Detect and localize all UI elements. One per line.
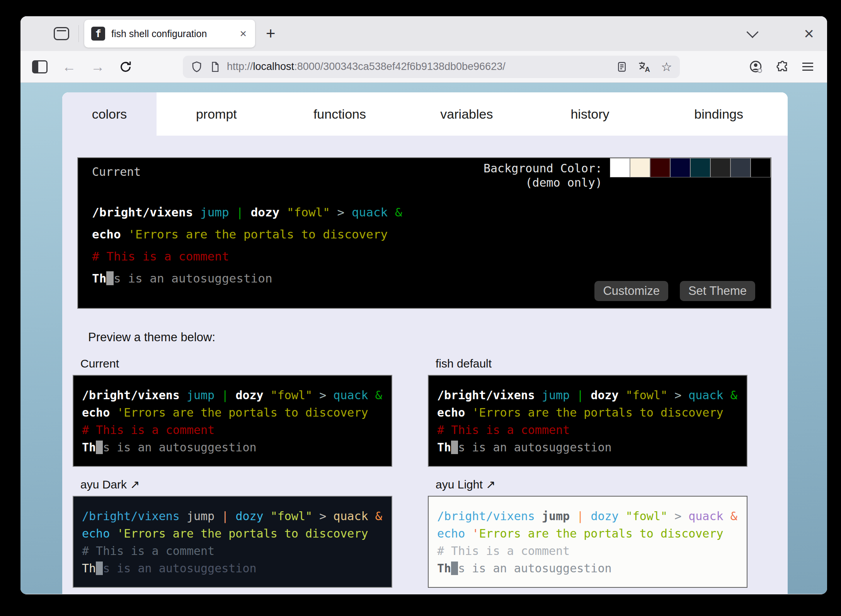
terminal-cursor: i xyxy=(451,562,458,575)
terminal-text-segment: Th xyxy=(92,271,106,285)
tab-colors[interactable]: colors xyxy=(62,92,157,136)
tab-prompt[interactable]: prompt xyxy=(157,92,276,136)
terminal-line: # This is a comment xyxy=(82,542,388,560)
terminal-line: # This is a comment xyxy=(437,542,744,560)
bg-swatch-6[interactable] xyxy=(730,158,751,177)
reload-icon[interactable] xyxy=(119,60,133,74)
terminal-text-segment: quack xyxy=(352,205,395,219)
url-scheme: http:// xyxy=(227,61,253,72)
terminal-line: /bright/vixens jump | dozy "fowl" > quac… xyxy=(437,507,744,525)
firefox-view-icon[interactable] xyxy=(54,27,69,40)
fish-config-card: colors prompt functions variables histor… xyxy=(62,92,788,594)
terminal-text-segment: & xyxy=(395,205,402,219)
toolbar-right-actions xyxy=(749,60,813,74)
terminal-text-segment: quack xyxy=(688,509,730,523)
theme-cell-fish-default: fish default /bright/vixens jump | dozy … xyxy=(428,357,747,467)
terminal-text-segment: | xyxy=(577,509,591,523)
bg-swatch-4[interactable] xyxy=(690,158,710,177)
extensions-puzzle-icon[interactable] xyxy=(776,60,789,73)
terminal-text-segment: s is an autosuggestion xyxy=(114,271,272,285)
bg-swatch-0[interactable] xyxy=(610,158,630,177)
tab-variables[interactable]: variables xyxy=(403,92,530,136)
terminal-text-segment: | xyxy=(577,388,591,402)
bg-swatch-3[interactable] xyxy=(670,158,690,177)
theme-label-ayu-light[interactable]: ayu Light ↗ xyxy=(428,478,747,496)
theme-label-ayu-dark[interactable]: ayu Dark ↗ xyxy=(73,478,392,496)
tab-functions[interactable]: functions xyxy=(276,92,403,136)
terminal-text-segment: Th xyxy=(437,562,451,575)
bg-swatch-5[interactable] xyxy=(710,158,730,177)
shield-icon[interactable] xyxy=(191,61,203,73)
terminal-text-segment: /bright/vixens xyxy=(82,388,187,402)
tab-close-icon[interactable]: × xyxy=(238,27,248,40)
terminal-text-segment: /bright/vixens xyxy=(82,509,187,523)
tab-history[interactable]: history xyxy=(530,92,650,136)
terminal-text-segment: # This is a comment xyxy=(82,544,215,558)
terminal-text-segment: Errors are the portals to discovery xyxy=(479,527,723,540)
terminal-text-segment: Th xyxy=(82,441,96,454)
theme-cell-ayu-light: ayu Light ↗ /bright/vixens jump | dozy "… xyxy=(428,478,747,588)
browser-tab-strip: f fish shell configuration × + × xyxy=(20,16,827,51)
terminal-line: This is an autosuggestion xyxy=(92,267,402,289)
fish-favicon: f xyxy=(91,27,105,41)
account-icon[interactable] xyxy=(749,60,763,74)
terminal-text-segment: dozy xyxy=(591,509,625,523)
bookmark-star-icon[interactable]: ☆ xyxy=(661,61,672,73)
theme-preview-current[interactable]: /bright/vixens jump | dozy "fowl" > quac… xyxy=(73,375,392,467)
terminal-text-segment: dozy xyxy=(591,388,625,402)
terminal-text-segment: | xyxy=(236,205,250,219)
terminal-line: # This is a comment xyxy=(437,421,744,439)
theme-preview-ayu-dark[interactable]: /bright/vixens jump | dozy "fowl" > quac… xyxy=(73,496,392,588)
terminal-line: This is an autosuggestion xyxy=(82,560,388,577)
svg-text:A: A xyxy=(645,65,650,73)
terminal-text-segment: 'Errors are the portals to discovery xyxy=(128,227,388,241)
terminal-text-segment: quack xyxy=(333,509,375,523)
set-theme-button[interactable]: Set Theme xyxy=(680,281,755,301)
terminal-line: echo 'Errors are the portals to discover… xyxy=(437,404,744,421)
bg-swatch-7[interactable] xyxy=(751,158,771,177)
menu-hamburger-icon[interactable] xyxy=(802,63,813,71)
terminal-text-segment: /bright/vixens xyxy=(92,205,200,219)
window-close-icon[interactable]: × xyxy=(804,25,814,42)
terminal-line: # This is a comment xyxy=(92,245,402,267)
translate-icon[interactable]: A xyxy=(638,60,651,73)
screen: f fish shell configuration × + × ← → xyxy=(0,0,841,616)
terminal-line: # This is a comment xyxy=(82,421,388,439)
terminal-text-segment: "fowl" xyxy=(626,388,674,402)
terminal-text-segment: s is an autosuggestion xyxy=(103,562,256,575)
tab-list-chevron-icon[interactable] xyxy=(747,26,759,38)
background-color-label: Background Color: (demo only) xyxy=(483,161,602,190)
terminal-text-segment: echo xyxy=(437,406,472,419)
theme-preview-ayu-light[interactable]: /bright/vixens jump | dozy "fowl" > quac… xyxy=(428,496,747,588)
terminal-text-segment: "fowl" xyxy=(271,388,319,402)
terminal-text-segment: "fowl" xyxy=(271,509,319,523)
browser-toolbar: ← → ht xyxy=(20,51,827,83)
new-tab-button[interactable]: + xyxy=(266,24,276,43)
terminal-text-segment: echo xyxy=(82,527,117,540)
page-info-icon[interactable] xyxy=(209,61,221,73)
terminal-text-segment: jump xyxy=(542,388,577,402)
theme-label-fish-default: fish default xyxy=(428,357,747,375)
terminal-sample: /bright/vixens jump | dozy "fowl" > quac… xyxy=(92,201,402,289)
back-icon[interactable]: ← xyxy=(62,59,76,75)
terminal-line: /bright/vixens jump | dozy "fowl" > quac… xyxy=(82,507,388,525)
reader-mode-icon[interactable] xyxy=(616,61,628,73)
bg-swatch-1[interactable] xyxy=(630,158,650,177)
tab-bindings[interactable]: bindings xyxy=(650,92,788,136)
url-bar[interactable]: http://localhost:8000/300343ca538ef42f6b… xyxy=(183,56,680,78)
theme-preview-fish-default[interactable]: /bright/vixens jump | dozy "fowl" > quac… xyxy=(428,375,747,467)
terminal-text-segment: & xyxy=(375,388,382,402)
terminal-line: This is an autosuggestion xyxy=(437,560,744,577)
customize-button[interactable]: Customize xyxy=(594,281,668,301)
terminal-text-segment: jump xyxy=(187,388,221,402)
tab-strip-separator xyxy=(78,25,79,42)
terminal-text-segment: quack xyxy=(333,388,375,402)
forward-icon[interactable]: → xyxy=(91,59,105,75)
terminal-text-segment: 'Errors are the portals to discovery xyxy=(117,406,368,419)
url-host: localhost xyxy=(253,61,295,72)
browser-tab[interactable]: f fish shell configuration × xyxy=(84,20,255,48)
terminal-text-segment: | xyxy=(221,388,235,402)
sidebar-toggle-icon[interactable] xyxy=(32,60,48,73)
url-text[interactable]: http://localhost:8000/300343ca538ef42f6b… xyxy=(227,61,616,73)
bg-swatch-2[interactable] xyxy=(650,158,670,177)
